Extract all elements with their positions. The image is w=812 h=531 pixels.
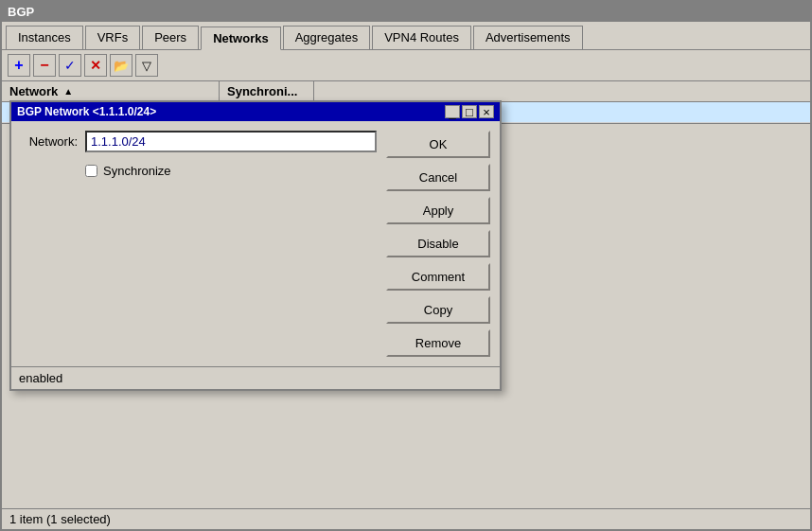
tab-networks[interactable]: Networks: [201, 27, 281, 50]
content-area: Network ▲ Synchroni... 1.1.1.0/24: [2, 81, 810, 529]
remove-button[interactable]: −: [33, 54, 56, 77]
tab-vrfs[interactable]: VRFs: [85, 26, 141, 49]
modal-status: enabled: [11, 366, 500, 389]
modal-title-bar: BGP Network <1.1.1.0/24> _ □ ×: [11, 102, 500, 121]
modal-close-button[interactable]: ×: [479, 105, 494, 118]
tab-advertisements[interactable]: Advertisements: [473, 26, 583, 49]
modal-left-panel: Network: Synchronize: [21, 131, 377, 357]
tab-vpn4-routes[interactable]: VPN4 Routes: [372, 26, 471, 49]
x-icon: ✕: [90, 58, 101, 73]
network-field-row: Network:: [21, 131, 377, 152]
synchronize-row: Synchronize: [21, 164, 377, 178]
tab-peers[interactable]: Peers: [142, 26, 199, 49]
remove-button-modal[interactable]: Remove: [386, 329, 490, 357]
folder-icon: 📂: [114, 59, 129, 73]
modal-maximize-button[interactable]: □: [462, 105, 477, 118]
apply-button[interactable]: Apply: [386, 197, 490, 224]
cancel-button[interactable]: ✕: [84, 54, 107, 77]
filter-icon: ▽: [142, 59, 151, 73]
bgp-network-modal: BGP Network <1.1.1.0/24> _ □ ×: [9, 100, 502, 391]
toolbar: + − ✓ ✕ 📂 ▽: [2, 50, 810, 81]
modal-body: Network: Synchronize OK Cancel Apply Dis…: [11, 121, 500, 366]
cancel-button-modal[interactable]: Cancel: [386, 164, 490, 191]
main-window: BGP Instances VRFs Peers Networks Aggreg…: [0, 0, 812, 531]
window-title-bar: BGP: [2, 2, 810, 22]
copy-button[interactable]: Copy: [386, 296, 490, 324]
synchronize-label: Synchronize: [103, 164, 171, 178]
check-button[interactable]: ✓: [59, 54, 81, 77]
minus-icon: −: [40, 57, 48, 74]
plus-icon: +: [14, 57, 23, 74]
tab-bar: Instances VRFs Peers Networks Aggregates…: [2, 22, 810, 50]
modal-overlay: BGP Network <1.1.1.0/24> _ □ ×: [2, 81, 810, 529]
disable-button[interactable]: Disable: [386, 230, 490, 257]
synchronize-checkbox[interactable]: [85, 165, 97, 177]
tab-aggregates[interactable]: Aggregates: [283, 26, 371, 49]
ok-button[interactable]: OK: [386, 131, 490, 158]
filter-button[interactable]: ▽: [135, 54, 158, 77]
tab-instances[interactable]: Instances: [6, 26, 83, 49]
window-title: BGP: [8, 5, 34, 19]
minimize-icon: _: [449, 105, 455, 119]
network-input[interactable]: [85, 131, 377, 152]
comment-button[interactable]: Comment: [386, 263, 490, 291]
modal-minimize-button[interactable]: _: [445, 105, 460, 118]
modal-title: BGP Network <1.1.1.0/24>: [17, 105, 156, 118]
network-field-label: Network:: [21, 134, 78, 149]
modal-right-panel: OK Cancel Apply Disable Comment Copy Rem…: [386, 131, 490, 357]
close-icon: ×: [483, 105, 490, 119]
add-button[interactable]: +: [8, 54, 30, 77]
check-icon: ✓: [64, 58, 76, 73]
modal-title-controls: _ □ ×: [445, 105, 494, 118]
maximize-icon: □: [466, 105, 473, 119]
folder-button[interactable]: 📂: [110, 54, 132, 77]
